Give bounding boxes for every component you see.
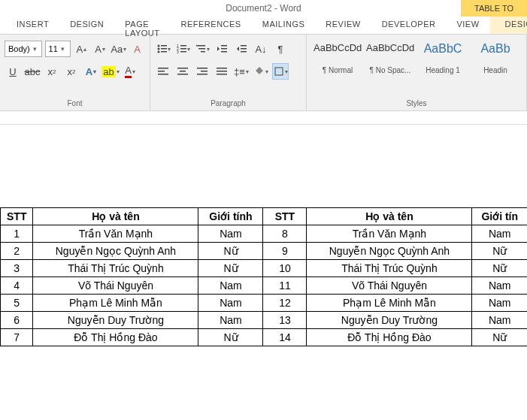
align-center-button[interactable] [174,63,191,80]
text-effects-button[interactable]: A▾ [83,63,99,80]
decrease-indent-button[interactable] [214,41,230,57]
cell[interactable]: Nữ [472,243,527,260]
bullets-button[interactable]: ▾ [155,41,171,57]
tab-references[interactable]: REFERENCES [171,17,252,34]
table-row[interactable]: 3Thái Thị Trúc QuỳnhNữ10Thái Thị Trúc Qu… [1,260,528,277]
shading-button[interactable]: ▾ [253,63,269,80]
font-family-combo[interactable]: Body)▾ [5,41,42,57]
document-area[interactable]: STT Họ và tên Giới tính STT Họ và tên Gi… [0,125,527,346]
tab-design[interactable]: DESIGN [59,17,114,34]
grow-font-button[interactable]: A▴ [74,41,89,57]
cell[interactable]: 7 [1,329,33,346]
table-row[interactable]: 2Nguyễn Ngọc Quỳnh AnhNữ9Nguyễn Ngọc Quỳ… [1,243,528,260]
align-right-button[interactable] [194,63,210,80]
underline-button[interactable]: U [5,63,21,80]
font-size-combo[interactable]: 11▾ [45,41,71,57]
align-left-button[interactable] [155,63,171,80]
cell[interactable]: Võ Thái Nguyên [33,277,198,295]
cell[interactable]: Nguyễn Ngọc Quỳnh Anh [33,243,198,260]
subscript-button[interactable]: x2 [44,63,60,80]
cell[interactable]: Nữ [198,329,263,346]
tab-developer[interactable]: DEVELOPER [371,17,447,34]
data-table[interactable]: STT Họ và tên Giới tính STT Họ và tên Gi… [0,207,527,346]
borders-button[interactable]: ▾ [272,63,289,80]
col-stt-1[interactable]: STT [1,208,33,225]
cell[interactable]: Nam [472,225,527,243]
col-gender-2[interactable]: Giới tín [472,208,527,225]
cell[interactable]: 13 [263,312,307,329]
cell[interactable]: Nam [198,225,263,243]
cell[interactable]: Phạm Lê Minh Mẫn [307,295,472,312]
tab-insert[interactable]: INSERT [6,17,59,34]
highlight-button[interactable]: ab▾ [102,63,119,80]
tab-table-design[interactable]: DESIGN [490,17,527,34]
line-spacing-button[interactable]: ‡≡▾ [233,63,250,80]
superscript-button[interactable]: x2 [63,63,80,80]
cell[interactable]: Nam [198,277,263,295]
cell[interactable]: 9 [263,243,307,260]
justify-button[interactable] [214,63,230,80]
strikethrough-button[interactable]: abc [24,63,41,80]
cell[interactable]: 4 [1,277,33,295]
cell[interactable]: 2 [1,243,33,260]
multilevel-button[interactable]: ▾ [194,41,210,57]
col-name-1[interactable]: Họ và tên [33,208,198,225]
style--no-spac-[interactable]: AaBbCcDd¶ No Spac... [364,39,416,81]
cell[interactable]: 10 [263,260,307,277]
cell[interactable]: Võ Thái Nguyên [307,277,472,295]
col-gender-1[interactable]: Giới tính [198,208,263,225]
show-marks-button[interactable]: ¶ [272,41,289,57]
cell[interactable]: Nữ [198,260,263,277]
svg-rect-11 [180,51,186,53]
cell[interactable]: Nữ [472,329,527,346]
tab-view[interactable]: VIEW [446,17,489,34]
cell[interactable]: 3 [1,260,33,277]
table-row[interactable]: 6Nguyễn Duy TrườngNam13Nguyễn Duy Trường… [1,312,528,329]
tab-review[interactable]: REVIEW [315,17,371,34]
cell[interactable]: Nam [198,312,263,329]
font-group-label: Font [5,98,145,109]
clear-formatting-button[interactable]: A [129,41,145,57]
cell[interactable]: Thái Thị Trúc Quỳnh [33,260,198,277]
tab-mailings[interactable]: MAILINGS [252,17,316,34]
cell[interactable]: Nam [472,295,527,312]
cell[interactable]: Nữ [198,243,263,260]
cell[interactable]: Thái Thị Trúc Quỳnh [307,260,472,277]
change-case-button[interactable]: Aa▾ [111,41,126,57]
cell[interactable]: 5 [1,295,33,312]
style-headin[interactable]: AaBbHeadin [469,39,522,81]
cell[interactable]: 6 [1,312,33,329]
cell[interactable]: 1 [1,225,33,243]
cell[interactable]: Nguyễn Duy Trường [307,312,472,329]
cell[interactable]: Nam [472,312,527,329]
font-color-button[interactable]: A▾ [122,63,138,80]
cell[interactable]: Trần Văn Mạnh [33,225,198,243]
shrink-font-button[interactable]: A▾ [92,41,108,57]
cell[interactable]: Nguyễn Duy Trường [33,312,198,329]
style--normal[interactable]: AaBbCcDd¶ Normal [311,39,364,81]
cell[interactable]: Nguyễn Ngọc Quỳnh Anh [307,243,472,260]
cell[interactable]: 11 [263,277,307,295]
table-row[interactable]: 5Phạm Lê Minh MẫnNam12Phạm Lê Minh MẫnNa… [1,295,528,312]
col-stt-2[interactable]: STT [263,208,307,225]
cell[interactable]: Đỗ Thị Hồng Đào [33,329,198,346]
cell[interactable]: 12 [263,295,307,312]
cell[interactable]: Nam [472,277,527,295]
cell[interactable]: 8 [263,225,307,243]
table-row[interactable]: 4Võ Thái NguyênNam11Võ Thái NguyênNam [1,277,528,295]
numbering-button[interactable]: 123▾ [174,41,191,57]
cell[interactable]: 14 [263,329,307,346]
cell[interactable]: Trần Văn Mạnh [307,225,472,243]
style-name: ¶ Normal [313,66,362,74]
cell[interactable]: Phạm Lê Minh Mẫn [33,295,198,312]
tab-page-layout[interactable]: PAGE LAYOUT [114,17,170,34]
cell[interactable]: Nữ [472,260,527,277]
sort-button[interactable]: A↓ [253,41,269,57]
col-name-2[interactable]: Họ và tên [307,208,472,225]
cell[interactable]: Đỗ Thị Hồng Đào [307,329,472,346]
increase-indent-button[interactable] [233,41,250,57]
style-heading-1[interactable]: AaBbCHeading 1 [416,39,469,81]
table-row[interactable]: 7Đỗ Thị Hồng ĐàoNữ14Đỗ Thị Hồng ĐàoNữ [1,329,528,346]
table-row[interactable]: 1Trần Văn MạnhNam8Trần Văn MạnhNam [1,225,528,243]
cell[interactable]: Nam [198,295,263,312]
